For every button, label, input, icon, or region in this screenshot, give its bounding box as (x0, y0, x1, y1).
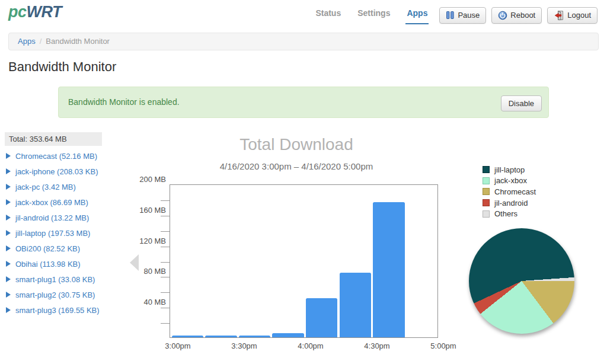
device-item-jil-android[interactable]: jil-android (13.22 MB) (6, 210, 136, 225)
y-axis-tick (161, 200, 170, 201)
device-list: Chromecast (52.16 MB)jack-iphone (208.03… (6, 148, 136, 318)
logout-icon (554, 11, 564, 20)
chart-legend: jill-laptopjack-xboxChromecastjil-androi… (483, 164, 536, 219)
device-item-smart-plug3[interactable]: smart-plug3 (169.55 KB) (6, 302, 136, 318)
legend-swatch (483, 177, 490, 184)
sidebar-total: Total: 353.64 MB (5, 132, 102, 146)
bar-3:30pm (239, 336, 271, 337)
x-axis-label: 5:00pm (420, 341, 467, 350)
legend-swatch (483, 199, 490, 206)
legend-swatch (483, 210, 490, 218)
reboot-button[interactable]: Reboot (491, 7, 542, 24)
legend-label: jill-laptop (494, 165, 525, 174)
bar-4:30pm (373, 202, 405, 337)
device-label: jil-android (13.22 MB) (15, 213, 89, 222)
device-item-obihai[interactable]: Obihai (113.98 KB) (6, 256, 136, 272)
y-axis-tick (161, 308, 170, 308)
device-label: smart-plug3 (169.55 KB) (15, 306, 100, 315)
y-axis-tick (161, 323, 170, 324)
legend-item-jil-android: jil-android (483, 197, 536, 209)
logout-button-label: Logout (567, 11, 591, 20)
device-item-chromecast[interactable]: Chromecast (52.16 MB) (6, 148, 136, 164)
device-item-jack-xbox[interactable]: jack-xbox (86.69 MB) (6, 194, 136, 210)
y-axis-tick (161, 216, 170, 216)
chevron-right-icon (6, 199, 11, 205)
logo-wrt: WRT (27, 3, 62, 21)
top-nav: StatusSettingsApps (314, 6, 429, 24)
chevron-right-icon (6, 245, 11, 251)
pause-icon (446, 11, 455, 20)
alert-message: Bandwidth Monitor is enabled. (68, 87, 180, 117)
y-axis-tick (161, 277, 170, 277)
legend-item-others: Others (483, 208, 536, 219)
y-axis-label: 80 MB (132, 267, 166, 276)
legend-label: Chromecast (494, 187, 536, 196)
chevron-right-icon (6, 276, 11, 282)
logout-button[interactable]: Logout (547, 7, 598, 24)
pause-button-label: Pause (458, 11, 480, 20)
bar-3:45pm (272, 333, 304, 337)
y-axis-label: 40 MB (132, 298, 166, 306)
bar-4:15pm (340, 273, 372, 337)
chart-subtitle: 4/16/2020 3:00pm – 4/16/2020 5:00pm (151, 161, 442, 171)
bar-4:00pm (306, 298, 338, 337)
x-axis-label: 3:00pm (154, 341, 202, 350)
legend-swatch (483, 188, 490, 195)
nav-apps[interactable]: Apps (405, 6, 429, 24)
chevron-right-icon (6, 215, 11, 221)
bandwidth-monitor-page: pcWRT StatusSettingsApps PauseRebootLogo… (0, 0, 607, 364)
bar-3:15pm (205, 336, 237, 337)
chevron-right-icon (6, 292, 11, 298)
device-item-smart-plug2[interactable]: smart-plug2 (30.75 KB) (6, 287, 136, 302)
device-label: Chromecast (52.16 MB) (15, 152, 97, 161)
device-label: Obihai (113.98 KB) (15, 260, 81, 269)
nav-status[interactable]: Status (314, 6, 342, 24)
chevron-right-icon (6, 153, 11, 159)
legend-swatch (483, 166, 490, 173)
nav-settings[interactable]: Settings (356, 6, 391, 24)
breadcrumb-current: Bandwidth Monitor (46, 37, 110, 46)
y-axis-label: 200 MB (132, 175, 166, 184)
device-item-obi200[interactable]: OBi200 (82.52 KB) (6, 241, 136, 256)
device-item-jack-iphone[interactable]: jack-iphone (208.03 KB) (6, 164, 136, 179)
page-title: Bandwidth Monitor (8, 59, 116, 75)
y-axis-label: 160 MB (132, 206, 166, 215)
legend-item-chromecast: Chromecast (483, 186, 536, 197)
chevron-right-icon (6, 261, 11, 267)
reboot-icon (498, 11, 507, 20)
y-axis-tick (161, 247, 170, 247)
chevron-right-icon (6, 184, 11, 190)
bar-chart-plot: 200 MB160 MB120 MB80 MB40 MB3:00pm3:30pm… (170, 184, 438, 338)
chevron-right-icon (6, 230, 11, 236)
reboot-button-label: Reboot (510, 11, 535, 20)
y-axis-tick (161, 231, 170, 232)
device-label: smart-plug1 (33.08 KB) (15, 275, 95, 284)
device-item-jill-laptop[interactable]: jill-laptop (197.53 MB) (6, 225, 136, 241)
header-buttons: PauseRebootLogout (439, 7, 598, 24)
device-label: jack-pc (3.42 MB) (15, 183, 76, 191)
pause-button[interactable]: Pause (439, 7, 486, 24)
breadcrumb-apps-link[interactable]: Apps (18, 37, 36, 46)
device-item-jack-pc[interactable]: jack-pc (3.42 MB) (6, 179, 136, 194)
legend-item-jill-laptop: jill-laptop (483, 164, 536, 175)
bar-3:00pm (172, 336, 204, 337)
y-axis-tick (161, 292, 170, 293)
legend-label: jil-android (494, 199, 528, 207)
device-item-smart-plug1[interactable]: smart-plug1 (33.08 KB) (6, 272, 136, 287)
x-axis-label: 4:30pm (353, 341, 401, 350)
header-right: StatusSettingsApps PauseRebootLogout (314, 6, 598, 24)
x-axis-label: 4:00pm (287, 341, 334, 350)
device-label: jack-xbox (86.69 MB) (15, 198, 88, 207)
pcwrt-logo: pcWRT (8, 3, 62, 21)
legend-item-jack-xbox: jack-xbox (483, 175, 536, 187)
logo-pc: pc (8, 3, 27, 21)
device-label: jack-iphone (208.03 KB) (15, 167, 98, 176)
y-axis-tick (161, 262, 170, 263)
x-axis-label: 3:30pm (221, 341, 268, 350)
disable-button[interactable]: Disable (501, 95, 542, 111)
chevron-right-icon (6, 168, 11, 174)
device-label: jill-laptop (197.53 MB) (15, 229, 90, 238)
breadcrumb: Apps/Bandwidth Monitor (8, 33, 599, 50)
device-label: smart-plug2 (30.75 KB) (15, 290, 95, 299)
pie-chart (469, 228, 574, 334)
